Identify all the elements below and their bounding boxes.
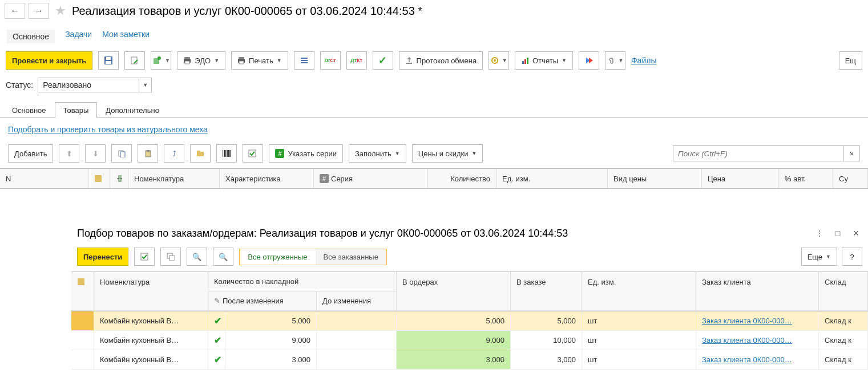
list-icon — [300, 56, 308, 64]
reports-button[interactable]: Отчеты ▼ — [515, 51, 573, 70]
save-button[interactable] — [98, 51, 119, 70]
move-down-button[interactable]: ⬇ — [85, 144, 106, 163]
back-button[interactable]: ← — [5, 3, 25, 19]
play-icon — [585, 56, 593, 64]
tab-additional[interactable]: Дополнительно — [97, 102, 168, 118]
series-label: Указать серии — [288, 149, 336, 158]
nav-tab-notes[interactable]: Мои заметки — [102, 30, 150, 43]
nav-tab-main[interactable]: Основное — [7, 30, 55, 43]
folder-icon — [196, 149, 204, 157]
printer-icon — [183, 56, 191, 64]
svg-rect-34 — [229, 150, 231, 157]
print-button[interactable]: Печать ▼ — [231, 51, 288, 70]
fur-link[interactable]: Подобрать и проверить товары из натураль… — [8, 125, 208, 134]
upload-icon — [405, 56, 413, 64]
dtkt-button[interactable]: ДтКт — [346, 51, 367, 70]
post-button[interactable] — [124, 51, 145, 70]
favorite-star-icon[interactable]: ★ — [55, 3, 66, 18]
copy-button[interactable] — [111, 144, 132, 163]
svg-rect-24 — [120, 152, 125, 157]
col-price-type[interactable]: Вид цены — [608, 169, 702, 188]
main-table-header: N Номенклатура Характеристика #Серия Кол… — [0, 168, 868, 189]
dropdown-caret-icon: ▼ — [277, 58, 282, 63]
fill-button[interactable]: Заполнить ▼ — [349, 144, 406, 163]
col-quantity[interactable]: Количество — [428, 169, 496, 188]
files-link[interactable]: Файлы — [631, 56, 656, 65]
drcr-button[interactable]: DrCr — [320, 51, 341, 70]
status-value: Реализовано — [43, 80, 91, 90]
col-expand[interactable] — [110, 169, 128, 188]
svg-point-17 — [494, 59, 496, 62]
prices-discounts-button[interactable]: Цены и скидки ▼ — [412, 144, 483, 163]
barcode-icon — [222, 149, 231, 157]
svg-rect-19 — [524, 59, 526, 64]
svg-rect-9 — [239, 57, 244, 59]
copy-icon — [118, 149, 126, 157]
attach-button[interactable]: ▼ — [605, 51, 625, 70]
move-up-button[interactable]: ⬆ — [59, 144, 79, 163]
col-sum[interactable]: Су — [833, 169, 868, 188]
dropdown-caret-icon: ▼ — [472, 151, 477, 156]
svg-rect-18 — [522, 61, 524, 64]
col-pic[interactable] — [88, 169, 110, 188]
list-button[interactable] — [294, 51, 314, 70]
svg-rect-35 — [249, 150, 256, 157]
col-nomenclature[interactable]: Номенклатура — [128, 169, 220, 188]
tab-goods[interactable]: Товары — [55, 102, 98, 118]
svg-rect-15 — [406, 63, 412, 64]
col-pct[interactable]: % авт. — [779, 169, 833, 188]
dropdown-caret-icon: ▼ — [139, 78, 151, 92]
add-button[interactable]: Добавить — [8, 144, 53, 163]
dropdown-caret-icon: ▼ — [395, 151, 400, 156]
reports-label: Отчеты — [532, 56, 558, 65]
col-series[interactable]: #Серия — [314, 169, 428, 188]
search-input[interactable] — [673, 145, 844, 161]
specify-series-button[interactable]: # Указать серии — [269, 144, 342, 163]
page-title: Реализация товаров и услуг 0К00-000065 о… — [72, 5, 422, 18]
nav-tab-tasks[interactable]: Задачи — [65, 30, 92, 43]
svg-rect-29 — [223, 150, 223, 157]
forward-button[interactable]: → — [29, 3, 49, 19]
hash-icon: # — [320, 174, 329, 183]
post-close-button[interactable]: Провести и закрыть — [6, 51, 92, 70]
status-select[interactable]: Реализовано ▼ — [38, 78, 152, 92]
dtkt-icon: ДтКт — [350, 58, 362, 63]
paste-button[interactable] — [138, 144, 158, 163]
more-button[interactable]: Ещ — [839, 51, 862, 70]
settings-button[interactable]: ▼ — [488, 51, 509, 70]
svg-rect-20 — [527, 58, 528, 64]
approve-button[interactable] — [243, 144, 263, 163]
col-unit[interactable]: Ед. изм. — [496, 169, 608, 188]
svg-rect-6 — [184, 57, 190, 59]
status-label: Статус: — [6, 80, 33, 90]
dropdown-caret-icon: ▼ — [502, 58, 507, 63]
folder-button[interactable] — [190, 144, 211, 163]
chart-icon — [521, 56, 529, 64]
svg-rect-12 — [301, 58, 308, 59]
col-n[interactable]: N — [0, 169, 88, 188]
exchange-label: Протокол обмена — [417, 56, 477, 65]
svg-rect-32 — [227, 150, 228, 157]
barcode-button[interactable] — [216, 144, 237, 163]
search-clear-button[interactable]: × — [844, 145, 860, 161]
gear-icon — [491, 56, 499, 64]
tab-main[interactable]: Основное — [3, 102, 55, 118]
svg-rect-27 — [197, 152, 204, 156]
share-icon: ⤴ — [172, 149, 176, 158]
edo-button[interactable]: ЭДО ▼ — [177, 51, 225, 70]
svg-rect-2 — [106, 57, 111, 60]
series-col-label: Серия — [331, 175, 353, 183]
share-button[interactable]: ⤴ — [164, 144, 184, 163]
printer-icon — [237, 56, 245, 64]
play-button[interactable] — [579, 51, 599, 70]
check-icon: ✓ — [378, 54, 387, 67]
svg-rect-30 — [224, 150, 225, 157]
floppy-icon — [104, 56, 113, 65]
col-characteristic[interactable]: Характеристика — [220, 169, 314, 188]
create-based-button[interactable]: ▼ — [151, 51, 171, 70]
hash-icon: # — [275, 149, 284, 158]
col-price[interactable]: Цена — [702, 169, 779, 188]
exchange-protocol-button[interactable]: Протокол обмена — [399, 51, 483, 70]
check-button[interactable]: ✓ — [373, 51, 393, 70]
create-icon — [152, 56, 162, 65]
